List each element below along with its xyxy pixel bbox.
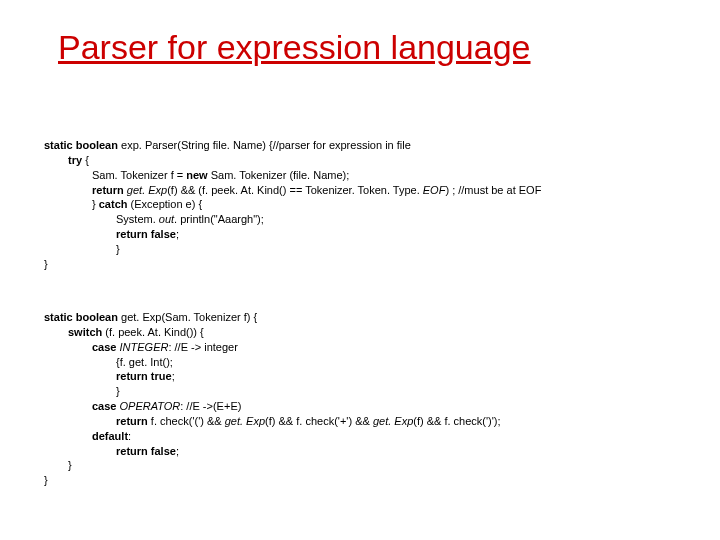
slide: Parser for expression language static bo… xyxy=(0,0,720,540)
code-block-2: static boolean get. Exp(Sam. Tokenizer f… xyxy=(44,310,501,488)
code-line: } xyxy=(44,473,501,488)
code-line: System. out. println("Aaargh"); xyxy=(44,212,541,227)
code-line: return get. Exp(f) && (f. peek. At. Kind… xyxy=(44,183,541,198)
code-line: case INTEGER: //E -> integer xyxy=(44,340,501,355)
code-line: return true; xyxy=(44,369,501,384)
code-line: } xyxy=(44,384,501,399)
code-line: return false; xyxy=(44,227,541,242)
code-line: Sam. Tokenizer f = new Sam. Tokenizer (f… xyxy=(44,168,541,183)
code-line: static boolean exp. Parser(String file. … xyxy=(44,138,541,153)
code-line: } xyxy=(44,458,501,473)
code-line: static boolean get. Exp(Sam. Tokenizer f… xyxy=(44,310,501,325)
code-line: return false; xyxy=(44,444,501,459)
code-line: } catch (Exception e) { xyxy=(44,197,541,212)
code-line: } xyxy=(44,257,541,272)
code-line: case OPERATOR: //E ->(E+E) xyxy=(44,399,501,414)
code-line: return f. check('(') && get. Exp(f) && f… xyxy=(44,414,501,429)
code-block-1: static boolean exp. Parser(String file. … xyxy=(44,138,541,272)
code-line: try { xyxy=(44,153,541,168)
code-line: switch (f. peek. At. Kind()) { xyxy=(44,325,501,340)
code-line: default: xyxy=(44,429,501,444)
code-line: } xyxy=(44,242,541,257)
slide-title: Parser for expression language xyxy=(58,28,531,67)
code-line: {f. get. Int(); xyxy=(44,355,501,370)
